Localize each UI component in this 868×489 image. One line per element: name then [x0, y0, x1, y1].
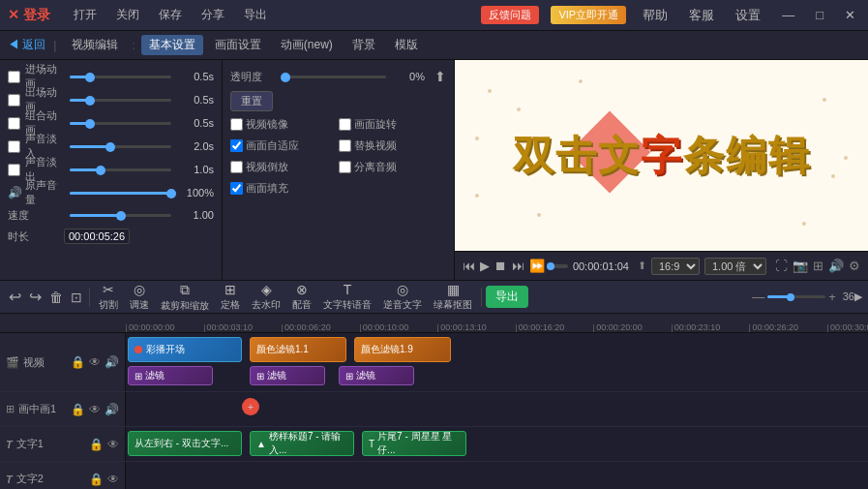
- ruler-label-3: 00:00:10:00: [363, 322, 409, 332]
- tool-speed[interactable]: ◎调速: [125, 281, 154, 314]
- opacity-up-icon[interactable]: ⬆: [434, 69, 446, 84]
- reset-button[interactable]: 重置: [230, 91, 273, 111]
- in-anim-check[interactable]: [8, 71, 20, 83]
- clip-color-filter-1[interactable]: 颜色滤镜1.1: [250, 337, 346, 362]
- clip-caiping[interactable]: 彩播开场: [128, 337, 242, 362]
- fade-out-slider[interactable]: [70, 168, 171, 171]
- screen-rotate-checkbox[interactable]: [339, 118, 351, 131]
- tool-watermark[interactable]: ◈去水印: [247, 281, 285, 314]
- out-anim-check[interactable]: [8, 94, 20, 107]
- out-anim-slider[interactable]: [70, 99, 171, 102]
- maximize-button[interactable]: □: [811, 6, 828, 24]
- fullscreen-button[interactable]: ⛶: [775, 259, 788, 273]
- text1-track-header: T 文字1 🔒 👁: [0, 427, 126, 461]
- text-clip-1[interactable]: 从左到右 - 双击文字...: [128, 431, 242, 456]
- tool-reverse-text[interactable]: ◎逆音文字: [378, 281, 427, 314]
- nav-tab-video-edit[interactable]: 视频编辑: [64, 35, 126, 55]
- speed-select[interactable]: 1.00 倍: [704, 258, 766, 275]
- feedback-button[interactable]: 反馈问题: [481, 6, 539, 24]
- fade-out-check[interactable]: [8, 164, 20, 176]
- delete-button[interactable]: 🗑: [46, 290, 66, 305]
- minimize-button[interactable]: —: [777, 6, 799, 24]
- video-track: 🎬 视频 🔒 👁 🔊 彩播开场 颜色滤镜1.1 颜色滤镜1.9: [0, 333, 868, 392]
- menu-open[interactable]: 打开: [70, 5, 101, 25]
- in-anim-slider[interactable]: [70, 76, 171, 78]
- video-mirror-checkbox[interactable]: [230, 118, 243, 131]
- fit-button[interactable]: 36▶: [843, 290, 862, 303]
- tool-tts[interactable]: T文字转语音: [318, 281, 376, 314]
- settings-preview-button[interactable]: ⚙: [849, 259, 860, 273]
- menu-close[interactable]: 关闭: [112, 5, 143, 25]
- zoom-slider[interactable]: [767, 295, 825, 298]
- text2-lock-icon[interactable]: 🔒: [89, 473, 104, 486]
- play-back-button[interactable]: ⏮: [463, 259, 475, 273]
- text-clip-3[interactable]: T 片尾7 - 周星星 星仔...: [362, 431, 466, 456]
- clip-color-filter-2[interactable]: 颜色滤镜1.9: [354, 337, 451, 362]
- video-eye-icon[interactable]: 👁: [89, 355, 101, 369]
- compare-button[interactable]: ⊞: [813, 259, 823, 273]
- tool-dub[interactable]: ⊗配音: [287, 281, 316, 314]
- clip-filter-3[interactable]: ⊞ 滤镜: [339, 366, 414, 385]
- help-button[interactable]: 帮助: [638, 5, 673, 26]
- stop-button[interactable]: ⏹: [494, 259, 507, 273]
- menu-save[interactable]: 保存: [155, 5, 186, 25]
- menu-export[interactable]: 导出: [240, 5, 271, 25]
- replace-video-checkbox[interactable]: [339, 139, 351, 152]
- clip-filter-2[interactable]: ⊞ 滤镜: [250, 366, 325, 385]
- opacity-value: 0%: [398, 71, 425, 82]
- ratio-select[interactable]: 16:9: [651, 258, 700, 275]
- close-window-button[interactable]: ✕: [840, 6, 860, 24]
- fade-in-slider[interactable]: [70, 145, 171, 148]
- opacity-slider[interactable]: [285, 76, 386, 78]
- undo-button[interactable]: ↩: [6, 288, 24, 306]
- reverse-checkbox[interactable]: [230, 161, 243, 173]
- video-audio-icon[interactable]: 🔊: [105, 355, 119, 369]
- vip-button[interactable]: VIP立即开通: [551, 6, 626, 24]
- preview-canvas[interactable]: 双击文 字 条编辑: [455, 60, 868, 251]
- nav-tab-basic[interactable]: 基本设置: [141, 35, 203, 55]
- text-clip-2[interactable]: ▲ 榜样标题7 - 请输入...: [250, 431, 354, 456]
- video-lock-icon[interactable]: 🔒: [71, 355, 85, 369]
- tool-freeze[interactable]: ⊞定格: [216, 281, 245, 314]
- nav-tab-animation[interactable]: 动画(new): [273, 35, 341, 55]
- step-button[interactable]: ⏩: [529, 259, 545, 273]
- top-bar: ✕ 登录 打开 关闭 保存 分享 导出 反馈问题 VIP立即开通 帮助 客服 设…: [0, 0, 868, 31]
- screen-fit-checkbox[interactable]: [230, 139, 243, 152]
- redo-button[interactable]: ↪: [26, 288, 45, 306]
- nav-tab-template[interactable]: 模版: [387, 35, 426, 55]
- pip-eye-icon[interactable]: 👁: [89, 403, 101, 416]
- pip-keyframe[interactable]: +: [242, 398, 259, 415]
- progress-bar[interactable]: [550, 264, 568, 268]
- tool-extra[interactable]: ⊡: [68, 290, 85, 305]
- speed-slider[interactable]: [70, 214, 171, 217]
- nav-tab-bg[interactable]: 背景: [344, 35, 383, 55]
- volume-slider[interactable]: [70, 192, 171, 195]
- pip-lock-icon[interactable]: 🔒: [71, 403, 85, 416]
- export-button[interactable]: 导出: [486, 286, 528, 308]
- fill-screen-checkbox[interactable]: [230, 182, 243, 195]
- fade-in-check[interactable]: [8, 140, 20, 153]
- text1-eye-icon[interactable]: 👁: [107, 438, 119, 451]
- menu-share[interactable]: 分享: [197, 5, 228, 25]
- audio-button[interactable]: 🔊: [828, 259, 844, 273]
- nav-back-button[interactable]: ◀ 返回: [8, 37, 45, 53]
- pip-audio-icon[interactable]: 🔊: [105, 403, 119, 416]
- service-button[interactable]: 客服: [684, 5, 719, 26]
- text1-lock-icon[interactable]: 🔒: [89, 438, 104, 451]
- split-audio-checkbox[interactable]: [339, 161, 351, 173]
- nav-tab-screen[interactable]: 画面设置: [207, 35, 269, 55]
- settings-button[interactable]: 设置: [731, 5, 765, 26]
- tool-greenscreen[interactable]: ▦绿幕抠图: [429, 281, 477, 314]
- play-button[interactable]: ▶: [480, 259, 490, 273]
- combo-anim-slider[interactable]: [70, 122, 171, 125]
- clip-filter-1[interactable]: ⊞ 滤镜: [128, 366, 213, 385]
- screenshot-button[interactable]: 📷: [793, 259, 808, 273]
- tool-cut[interactable]: ✂切割: [94, 281, 123, 314]
- zoom-in-button[interactable]: +: [828, 290, 836, 304]
- tool-crop[interactable]: ⧉裁剪和缩放: [156, 281, 214, 314]
- step-forward-button[interactable]: ⏭: [512, 259, 524, 273]
- combo-anim-check[interactable]: [8, 117, 20, 130]
- time-up-icon[interactable]: ⬆: [638, 260, 646, 272]
- text2-eye-icon[interactable]: 👁: [107, 473, 119, 486]
- zoom-out-button[interactable]: —: [752, 290, 764, 304]
